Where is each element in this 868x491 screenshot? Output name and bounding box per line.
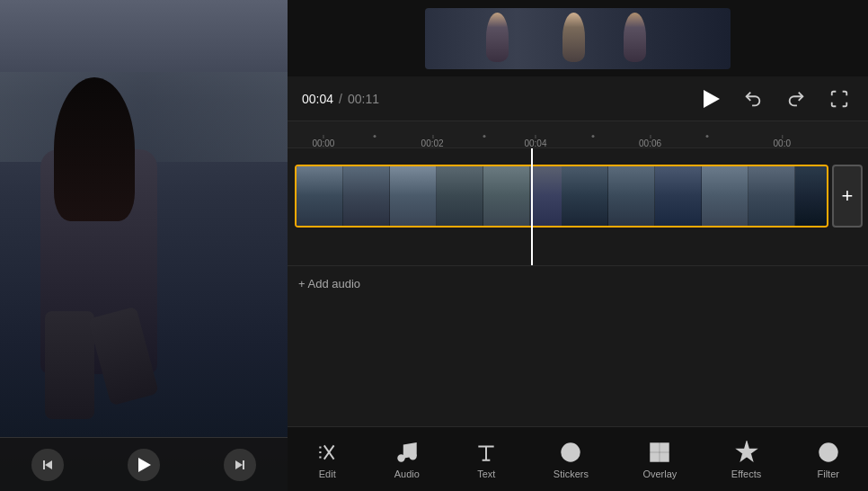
frame-6 (530, 166, 562, 226)
add-audio-button[interactable]: + Add audio (298, 277, 360, 290)
svg-rect-3 (243, 460, 244, 469)
track-frames-left (297, 166, 562, 226)
filter-icon (816, 440, 841, 465)
add-audio-bar: + Add audio (288, 265, 868, 301)
redo-button[interactable] (782, 85, 810, 113)
frame-11 (748, 166, 795, 226)
text-icon (474, 440, 499, 465)
ruler-dot-3 (591, 135, 594, 138)
time-display: 00:04 / 00:11 (302, 92, 379, 106)
tool-text[interactable]: Text (463, 433, 509, 487)
add-audio-label: + Add audio (298, 277, 360, 290)
fullscreen-button[interactable] (825, 85, 854, 113)
frame-8 (608, 166, 655, 226)
ruler-marks: 00:00 00:02 00:04 00:06 00:0 (295, 121, 868, 148)
hair (54, 77, 135, 221)
text-label: Text (477, 469, 495, 479)
ruler-tick-4: 00:04 (524, 138, 546, 148)
stickers-icon (558, 440, 583, 465)
video-track[interactable] (295, 165, 828, 228)
ruler-dot-4 (706, 135, 709, 138)
track-segment-right (562, 166, 827, 226)
audio-label: Audio (394, 469, 420, 479)
top-preview (288, 0, 868, 76)
ruler-tick-6: 00:06 (639, 138, 661, 148)
tool-edit[interactable]: Edit (304, 433, 350, 487)
playback-right-controls (695, 85, 854, 113)
time-separator: / (339, 92, 342, 106)
tool-effects[interactable]: Effects (721, 433, 772, 487)
frame-7 (562, 166, 608, 226)
add-clip-button[interactable]: + (832, 165, 863, 228)
svg-rect-12 (660, 453, 669, 461)
bottom-toolbar: Edit Audio Text (288, 426, 868, 491)
filter-label: Filter (818, 469, 839, 479)
stickers-label: Stickers (554, 469, 589, 479)
tool-stickers[interactable]: Stickers (543, 433, 599, 487)
audio-icon (394, 440, 420, 465)
svg-marker-2 (235, 460, 243, 469)
ruler-dot-2 (483, 135, 485, 138)
edit-icon (314, 440, 340, 465)
svg-rect-11 (651, 453, 660, 461)
overlay-icon (647, 440, 672, 465)
svg-rect-1 (43, 460, 45, 469)
ruler-tick-8: 00:0 (774, 138, 791, 148)
empty-track-space (288, 301, 868, 346)
ruler-tick-0: 00:00 (312, 138, 334, 148)
tool-filter[interactable]: Filter (805, 433, 852, 487)
undo-button[interactable] (739, 85, 767, 113)
left-play-button[interactable] (128, 449, 160, 481)
svg-point-14 (824, 448, 832, 456)
playback-controls-bar: 00:04 / 00:11 (288, 76, 868, 121)
svg-rect-10 (660, 443, 669, 451)
svg-point-7 (410, 453, 416, 460)
right-panel: 00:04 / 00:11 (288, 0, 868, 491)
frame-4 (437, 166, 483, 226)
frame-10 (702, 166, 748, 226)
leg-left (45, 311, 94, 419)
timeline-ruler: 00:00 00:02 00:04 00:06 00:0 (288, 121, 868, 148)
next-button[interactable] (224, 449, 256, 481)
play-pause-button[interactable] (695, 85, 724, 113)
crowd-bg (0, 72, 288, 162)
total-time: 00:11 (348, 92, 379, 106)
svg-point-6 (398, 455, 404, 461)
edit-label: Edit (319, 469, 336, 479)
prev-button[interactable] (31, 449, 64, 481)
frame-1 (297, 166, 343, 226)
tool-overlay[interactable]: Overlay (632, 433, 687, 487)
frame-3 (390, 166, 437, 226)
current-time: 00:04 (302, 92, 333, 106)
effects-label: Effects (731, 469, 761, 479)
preview-thumbnail-strip (425, 8, 731, 69)
frame-9 (655, 166, 702, 226)
svg-marker-0 (45, 460, 52, 469)
effects-icon (734, 440, 759, 465)
svg-rect-9 (651, 443, 660, 451)
ruler-tick-2: 00:02 (421, 138, 444, 148)
left-playback-controls (0, 437, 288, 491)
overlay-label: Overlay (642, 469, 677, 479)
video-frame: YES (0, 0, 288, 491)
timeline-track-area: + (288, 148, 868, 265)
left-video-preview: YES (0, 0, 288, 491)
track-frames-right (562, 166, 827, 226)
track-segment-left (297, 166, 562, 226)
ruler-dot-1 (374, 135, 376, 138)
frame-5 (483, 166, 530, 226)
tool-audio[interactable]: Audio (384, 433, 430, 487)
frame-2 (343, 166, 390, 226)
